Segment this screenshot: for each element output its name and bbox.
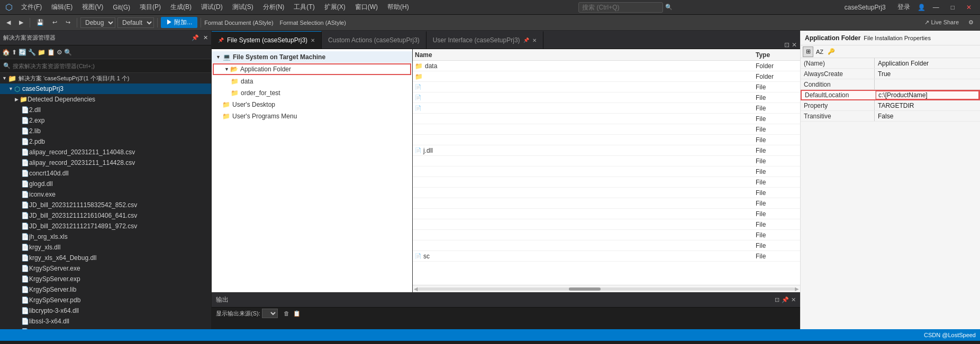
file-row-0[interactable]: 📁 data Folder — [413, 61, 800, 71]
file-row-4[interactable]: 📄 File — [413, 103, 800, 114]
platform-select[interactable]: Default — [117, 17, 154, 28]
props-row-0[interactable]: (Name) Application Folder — [801, 58, 980, 69]
login-btn[interactable]: 登录 — [893, 2, 914, 13]
file-row-17[interactable]: File — [413, 240, 800, 251]
sidebar-search-input[interactable] — [13, 63, 208, 69]
output-icon-1[interactable]: 🗑 — [284, 310, 289, 317]
sidebar-item-2[interactable]: 📄 2.exp — [0, 115, 211, 126]
sidebar-item-19[interactable]: 📄 KrgySpServer.pdb — [0, 295, 211, 305]
props-row-3[interactable]: DefaultLocation c:\[ProductName] — [801, 90, 980, 100]
run-btn[interactable]: ▶ 附加... — [161, 17, 197, 28]
menu-window[interactable]: 窗口(W) — [351, 2, 382, 13]
back-btn[interactable]: ◀ — [3, 18, 14, 27]
sidebar-item-11[interactable]: 📄 JD_bill_20231211121610406_641.csv — [0, 210, 211, 221]
save-btn[interactable]: 💾 — [33, 18, 47, 27]
sidebar-item-18[interactable]: 📄 KrgySpServer.lib — [0, 284, 211, 295]
menu-test[interactable]: 测试(S) — [228, 2, 258, 13]
file-row-1[interactable]: 📁 Folder — [413, 71, 800, 82]
sidebar-item-3[interactable]: 📄 2.lib — [0, 126, 211, 136]
global-search-input[interactable] — [578, 2, 663, 13]
sidebar-item-21[interactable]: 📄 libssl-3-x64.dll — [0, 316, 211, 327]
props-row-4[interactable]: Property TARGETDIR — [801, 100, 980, 111]
output-float-icon[interactable]: ⊡ — [775, 296, 779, 303]
fs-programs[interactable]: 📁 User's Programs Menu — [212, 110, 412, 122]
props-row-5[interactable]: Transitive False — [801, 111, 980, 122]
menu-tools[interactable]: 工具(T) — [289, 2, 319, 13]
sidebar-item-6[interactable]: 📄 alipay_record_20231211_114428.csv — [0, 157, 211, 168]
redo-btn[interactable]: ↪ — [62, 18, 74, 27]
close-btn[interactable]: ✕ — [962, 3, 976, 12]
fs-order-folder[interactable]: 📁 order_for_test — [212, 87, 412, 99]
sidebar-item-16[interactable]: 📄 KrgySpServer.exe — [0, 263, 211, 274]
float-panel-icon[interactable]: ⊡ — [784, 41, 790, 49]
tab-userinterface[interactable]: User Interface (caseSetupPrj3) 📌 ✕ — [427, 31, 543, 49]
menu-edit[interactable]: 编辑(E) — [47, 2, 77, 13]
props-key-icon[interactable]: 🔑 — [826, 47, 837, 57]
tab-customactions[interactable]: Custom Actions (caseSetupPrj3) — [322, 31, 427, 49]
fs-app-folder[interactable]: ▼ 📂 Application Folder — [213, 63, 411, 75]
sidebar-item-8[interactable]: 📄 glogd.dll — [0, 179, 211, 189]
file-row-15[interactable]: File — [413, 219, 800, 230]
file-row-5[interactable]: File — [413, 114, 800, 124]
sidebar-item-1[interactable]: 📄 2.dll — [0, 105, 211, 115]
file-row-12[interactable]: File — [413, 188, 800, 198]
fs-data-folder[interactable]: 📁 data — [212, 76, 412, 87]
file-row-14[interactable]: File — [413, 209, 800, 219]
props-row-1[interactable]: AlwaysCreate True — [801, 69, 980, 79]
sidebar-item-7[interactable]: 📄 concrt140d.dll — [0, 168, 211, 179]
sidebar-item-22[interactable]: 📄 libxlsio_read.dll — [0, 327, 211, 329]
settings-icon[interactable]: ⚙ — [965, 18, 977, 27]
solution-root-item[interactable]: ▼ 📁 解决方案 'caseSetupPrj3'(1 个项目/共 1 个) — [0, 73, 211, 83]
scroll-right-btn[interactable]: ▶ — [795, 286, 799, 292]
file-row-13[interactable]: File — [413, 198, 800, 209]
output-pin-icon[interactable]: 📌 — [782, 296, 789, 303]
menu-extend[interactable]: 扩展(X) — [320, 2, 350, 13]
file-row-18[interactable]: 📄 sc File — [413, 251, 800, 262]
project-item[interactable]: ▼ ⬡ caseSetupPrj3 — [0, 83, 211, 94]
sidebar-item-13[interactable]: 📄 jh_org_xls.xls — [0, 231, 211, 242]
forward-btn[interactable]: ▶ — [16, 18, 26, 27]
sidebar-item-15[interactable]: 📄 krgy_xls_x64_Debug.dll — [0, 253, 211, 263]
menu-build[interactable]: 生成(B) — [166, 2, 196, 13]
undo-btn[interactable]: ↩ — [49, 18, 60, 27]
sb-icon-6[interactable]: 📋 — [47, 49, 55, 56]
close-sidebar-icon[interactable]: ✕ — [203, 34, 208, 41]
sidebar-item-9[interactable]: 📄 iconv.exe — [0, 189, 211, 200]
menu-project[interactable]: 项目(P) — [135, 2, 165, 13]
file-row-7[interactable]: File — [413, 135, 800, 145]
sb-icon-7[interactable]: ⚙ — [57, 49, 62, 56]
scroll-left-btn[interactable]: ◀ — [414, 286, 418, 292]
pin-icon[interactable]: 📌 — [192, 34, 199, 41]
sidebar-item-14[interactable]: 📄 krgy_xls.dll — [0, 242, 211, 253]
sidebar-item-0[interactable]: ▶ 📁 Detected Dependencies — [0, 94, 211, 105]
props-alpha-btn[interactable]: AZ — [814, 47, 825, 57]
output-close-icon[interactable]: ✕ — [791, 296, 796, 303]
maximize-btn[interactable]: □ — [947, 3, 959, 12]
props-row-2[interactable]: Condition — [801, 79, 980, 90]
output-source-select[interactable] — [262, 309, 278, 318]
sb-icon-5[interactable]: 📁 — [38, 49, 46, 56]
menu-git[interactable]: Git(G) — [108, 3, 134, 12]
file-row-9[interactable]: File — [413, 156, 800, 166]
menu-file[interactable]: 文件(F) — [17, 2, 46, 13]
debug-config-select[interactable]: Debug — [80, 17, 115, 28]
sb-icon-2[interactable]: ⬆ — [12, 49, 17, 56]
props-category-btn[interactable]: ⊞ — [803, 47, 813, 57]
sidebar-item-4[interactable]: 📄 2.pdb — [0, 136, 211, 147]
menu-help[interactable]: 帮助(H) — [383, 2, 413, 13]
menu-debug[interactable]: 调试(D) — [197, 2, 227, 13]
close-panel-icon[interactable]: ✕ — [792, 41, 797, 49]
minimize-btn[interactable]: — — [929, 3, 943, 12]
fs-desktop[interactable]: 📁 User's Desktop — [212, 99, 412, 110]
sidebar-item-20[interactable]: 📄 libcrypto-3-x64.dll — [0, 305, 211, 316]
sidebar-item-5[interactable]: 📄 alipay_record_20231211_114048.csv — [0, 147, 211, 157]
sb-icon-1[interactable]: 🏠 — [2, 49, 10, 56]
sidebar-item-17[interactable]: 📄 KrgySpServer.exp — [0, 274, 211, 284]
prop-value-3[interactable]: c:\[ProductName] — [876, 91, 979, 99]
file-row-8[interactable]: 📄 j.dll File — [413, 145, 800, 156]
file-row-2[interactable]: 📄 File — [413, 82, 800, 92]
tab-filesystem-close[interactable]: ✕ — [311, 38, 315, 43]
sidebar-item-10[interactable]: 📄 JD_bill_20231211115832542_852.csv — [0, 200, 211, 210]
sb-icon-8[interactable]: 🔍 — [64, 49, 72, 56]
file-row-6[interactable]: File — [413, 124, 800, 135]
